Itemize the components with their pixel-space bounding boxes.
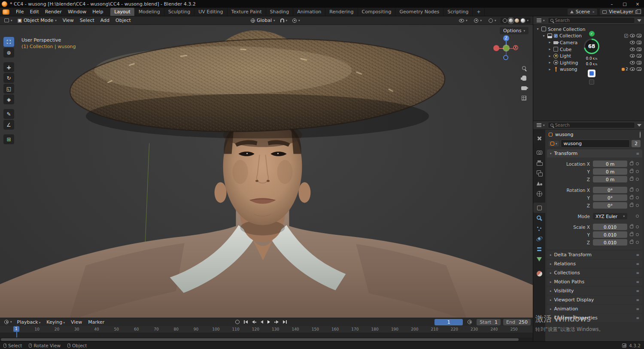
disable-render-icon[interactable] bbox=[637, 48, 641, 51]
users-count-button[interactable]: 2 bbox=[632, 140, 641, 147]
orthographic-grid-icon[interactable] bbox=[522, 96, 526, 100]
gizmos-button[interactable]: ▾ bbox=[472, 18, 484, 23]
axis-z-neg-ball[interactable] bbox=[503, 55, 508, 60]
workspace-tab[interactable]: + bbox=[473, 8, 485, 16]
lock-icon[interactable] bbox=[630, 233, 633, 236]
animate-dot-icon[interactable] bbox=[636, 225, 639, 228]
section-header[interactable]: ▸ Custom Properties ≡ bbox=[547, 314, 642, 322]
animate-dot-icon[interactable] bbox=[636, 204, 639, 207]
pin-icon[interactable] bbox=[640, 131, 641, 138]
tool-button[interactable] bbox=[3, 94, 14, 104]
workspace-tab[interactable]: Scripting bbox=[444, 8, 473, 16]
workspace-tab[interactable]: Modeling bbox=[135, 8, 164, 16]
lock-icon[interactable] bbox=[630, 196, 633, 199]
section-header[interactable]: ▸ Visibility ≡ bbox=[547, 287, 642, 295]
frame-start-field[interactable]: Start 1 bbox=[477, 319, 501, 325]
solid-shading-icon[interactable] bbox=[509, 18, 513, 23]
scrollbar-thumb[interactable] bbox=[1, 338, 519, 341]
play-reverse-button[interactable] bbox=[259, 319, 264, 325]
viewport-menu-item[interactable]: View bbox=[60, 18, 77, 23]
viewlayer-checkbox[interactable] bbox=[624, 34, 628, 38]
workspace-tab[interactable]: UV Editing bbox=[194, 8, 227, 16]
filter-icon[interactable] bbox=[637, 19, 641, 22]
menubar-item[interactable]: File bbox=[13, 8, 27, 16]
jump-to-end-button[interactable] bbox=[282, 319, 288, 325]
maximize-button[interactable]: □ bbox=[618, 0, 631, 8]
outliner-search-input[interactable] bbox=[555, 18, 632, 23]
lock-icon[interactable] bbox=[630, 204, 633, 207]
section-header[interactable]: ▸ Animation ≡ bbox=[547, 305, 642, 313]
tool-button[interactable] bbox=[3, 120, 14, 130]
menubar-item[interactable]: Render bbox=[42, 8, 65, 16]
viewport-menu-item[interactable]: Select bbox=[77, 18, 97, 23]
panel-options-icon[interactable]: ≡ bbox=[636, 307, 639, 311]
hide-eye-icon[interactable] bbox=[630, 54, 635, 58]
properties-tab[interactable] bbox=[533, 188, 545, 199]
workspace-tab[interactable]: Compositing bbox=[358, 8, 396, 16]
lock-icon[interactable] bbox=[630, 162, 633, 165]
disclosure-icon[interactable]: ▸ bbox=[548, 61, 552, 64]
current-frame-field[interactable]: 1 bbox=[434, 319, 463, 325]
outliner-row[interactable]: ▸ wusong 2 bbox=[533, 66, 644, 73]
minimize-button[interactable]: – bbox=[605, 0, 618, 8]
camera-view-icon[interactable] bbox=[521, 86, 527, 90]
section-header[interactable]: ▸ Relations ≡ bbox=[547, 260, 642, 268]
axis-x-ball[interactable]: X bbox=[513, 45, 518, 50]
animate-dot-icon[interactable] bbox=[636, 188, 639, 191]
animate-dot-icon[interactable] bbox=[636, 241, 639, 244]
section-header[interactable]: ▸ Collections ≡ bbox=[547, 269, 642, 277]
hide-eye-icon[interactable] bbox=[630, 48, 635, 51]
properties-tab[interactable] bbox=[533, 133, 545, 143]
proportional-editing-button[interactable]: ▾ bbox=[290, 18, 302, 23]
disclosure-icon[interactable]: ▸ bbox=[548, 40, 552, 44]
lock-icon[interactable] bbox=[630, 188, 633, 191]
zoom-icon[interactable] bbox=[522, 66, 526, 70]
value-field[interactable]: 0.010 ▾ bbox=[593, 224, 627, 230]
properties-tab[interactable] bbox=[533, 213, 545, 223]
panel-options-icon[interactable]: ≡ bbox=[636, 280, 639, 284]
axis-z-ball[interactable]: Z bbox=[503, 35, 509, 41]
timeline-menu-item[interactable]: Marker bbox=[85, 319, 107, 325]
hide-eye-icon[interactable] bbox=[630, 67, 635, 71]
animate-dot-icon[interactable] bbox=[636, 162, 639, 165]
wireframe-shading-icon[interactable] bbox=[503, 18, 507, 23]
scene-selector[interactable]: Scene × bbox=[568, 9, 597, 15]
filter-icon[interactable] bbox=[637, 124, 641, 127]
section-header[interactable]: ▸ Motion Paths ≡ bbox=[547, 278, 642, 286]
animate-dot-icon[interactable] bbox=[636, 215, 639, 218]
value-field[interactable]: 0 m ▾ bbox=[593, 168, 627, 175]
section-header[interactable]: ▸ Delta Transform ≡ bbox=[547, 251, 642, 259]
tool-button[interactable] bbox=[3, 37, 14, 47]
panel-options-icon[interactable]: ≡ bbox=[636, 298, 639, 302]
workspace-tab[interactable]: Texture Paint bbox=[228, 8, 266, 16]
menubar-item[interactable]: Help bbox=[89, 8, 106, 16]
properties-tab[interactable] bbox=[533, 147, 545, 158]
animate-dot-icon[interactable] bbox=[636, 170, 639, 173]
disable-render-icon[interactable] bbox=[637, 41, 641, 44]
disclosure-icon[interactable]: ▸ bbox=[548, 54, 552, 58]
value-field[interactable]: 0.010 ▾ bbox=[593, 239, 627, 246]
visibility-toggles-button[interactable]: ▾ bbox=[457, 18, 470, 23]
workspace-tab[interactable]: Shading bbox=[266, 8, 294, 16]
outliner-row[interactable]: ▸ Lighting bbox=[533, 59, 644, 66]
snapping-button[interactable]: ▾ bbox=[278, 18, 290, 23]
disable-render-icon[interactable] bbox=[637, 54, 641, 58]
object-name-field[interactable]: wusong bbox=[561, 140, 630, 148]
value-field[interactable]: 0.010 ▾ bbox=[593, 231, 627, 238]
disclosure-icon[interactable]: ▾ bbox=[542, 34, 546, 38]
panel-options-icon[interactable]: ≡ bbox=[636, 316, 639, 320]
hide-eye-icon[interactable] bbox=[630, 61, 635, 64]
viewport-menu-item[interactable]: Object bbox=[112, 18, 134, 23]
lock-icon[interactable] bbox=[630, 225, 633, 228]
properties-tab[interactable] bbox=[533, 244, 545, 254]
outliner-row[interactable]: ▸ Camera bbox=[533, 39, 644, 46]
properties-tab[interactable] bbox=[533, 178, 545, 188]
hide-eye-icon[interactable] bbox=[630, 41, 635, 44]
outliner-row[interactable]: ▾ Scene Collection bbox=[533, 26, 644, 33]
transform-orientation-dropdown[interactable]: Global ▾ bbox=[249, 17, 277, 24]
animate-dot-icon[interactable] bbox=[636, 178, 639, 181]
use-preview-range-button[interactable] bbox=[465, 319, 474, 325]
properties-tab[interactable] bbox=[533, 203, 545, 213]
editor-type-button[interactable]: ▾ bbox=[2, 18, 15, 23]
tool-button[interactable] bbox=[3, 48, 14, 58]
